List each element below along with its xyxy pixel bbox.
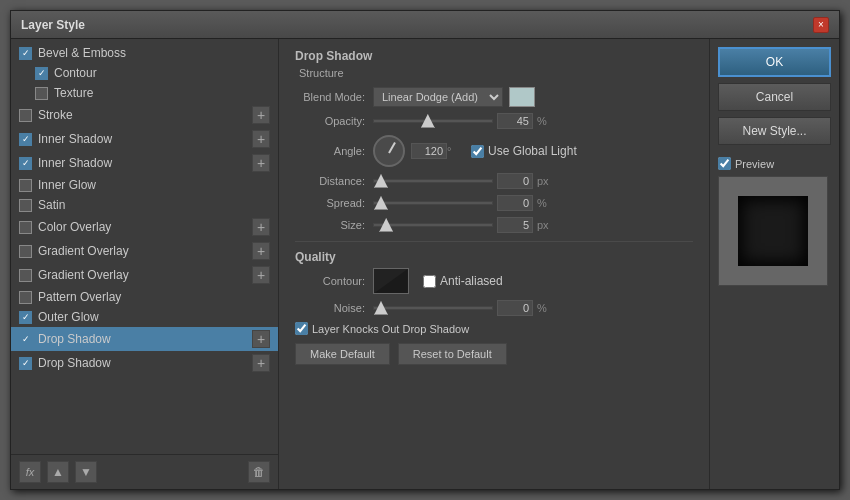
- use-global-light-checkbox[interactable]: [471, 145, 484, 158]
- blend-mode-select[interactable]: Linear Dodge (Add) Normal Multiply Scree…: [373, 87, 503, 107]
- opacity-input[interactable]: [497, 113, 533, 129]
- cancel-button[interactable]: Cancel: [718, 83, 831, 111]
- ok-button[interactable]: OK: [718, 47, 831, 77]
- add-gradient-overlay2-btn[interactable]: +: [252, 266, 270, 284]
- list-item-gradient-overlay1[interactable]: Gradient Overlay +: [11, 239, 278, 263]
- list-item-texture[interactable]: Texture: [11, 83, 278, 103]
- contour-preview[interactable]: [373, 268, 409, 294]
- list-item-outer-glow[interactable]: Outer Glow: [11, 307, 278, 327]
- list-item-inner-shadow1[interactable]: Inner Shadow +: [11, 127, 278, 151]
- checkbox-satin[interactable]: [19, 199, 32, 212]
- spread-label: Spread:: [295, 197, 365, 209]
- list-item-inner-glow[interactable]: Inner Glow: [11, 175, 278, 195]
- checkbox-color-overlay[interactable]: [19, 221, 32, 234]
- noise-input[interactable]: [497, 300, 533, 316]
- list-item-contour[interactable]: Contour: [11, 63, 278, 83]
- sub-title: Structure: [295, 67, 693, 79]
- title-bar: Layer Style ×: [11, 11, 839, 39]
- move-up-button[interactable]: ▲: [47, 461, 69, 483]
- anti-aliased-checkbox[interactable]: [423, 275, 436, 288]
- add-gradient-overlay1-btn[interactable]: +: [252, 242, 270, 260]
- label-stroke: Stroke: [38, 108, 73, 122]
- opacity-label: Opacity:: [295, 115, 365, 127]
- label-drop-shadow2: Drop Shadow: [38, 356, 111, 370]
- size-input[interactable]: [497, 217, 533, 233]
- size-label: Size:: [295, 219, 365, 231]
- label-gradient-overlay1: Gradient Overlay: [38, 244, 129, 258]
- add-inner-shadow2-btn[interactable]: +: [252, 154, 270, 172]
- move-down-button[interactable]: ▼: [75, 461, 97, 483]
- list-item-stroke[interactable]: Stroke +: [11, 103, 278, 127]
- checkbox-texture[interactable]: [35, 87, 48, 100]
- list-item-satin[interactable]: Satin: [11, 195, 278, 215]
- reset-to-default-btn[interactable]: Reset to Default: [398, 343, 507, 365]
- spread-slider[interactable]: [373, 201, 493, 205]
- angle-unit: °: [447, 145, 463, 157]
- left-panel: Bevel & Emboss Contour Texture Stroke +: [11, 39, 279, 489]
- checkbox-drop-shadow2[interactable]: [19, 357, 32, 370]
- delete-button[interactable]: 🗑: [248, 461, 270, 483]
- angle-input[interactable]: [411, 143, 447, 159]
- add-color-overlay-btn[interactable]: +: [252, 218, 270, 236]
- checkbox-inner-shadow1[interactable]: [19, 133, 32, 146]
- list-item-color-overlay[interactable]: Color Overlay +: [11, 215, 278, 239]
- checkbox-pattern-overlay[interactable]: [19, 291, 32, 304]
- checkbox-stroke[interactable]: [19, 109, 32, 122]
- list-item-drop-shadow2[interactable]: Drop Shadow +: [11, 351, 278, 375]
- preview-canvas: [718, 176, 828, 286]
- angle-hand: [388, 142, 396, 153]
- list-item-gradient-overlay2[interactable]: Gradient Overlay +: [11, 263, 278, 287]
- list-item-drop-shadow1[interactable]: Drop Shadow +: [11, 327, 278, 351]
- layer-knocks-checkbox[interactable]: [295, 322, 308, 335]
- new-style-button[interactable]: New Style...: [718, 117, 831, 145]
- distance-input[interactable]: [497, 173, 533, 189]
- label-inner-glow: Inner Glow: [38, 178, 96, 192]
- opacity-slider[interactable]: [373, 119, 493, 123]
- checkbox-drop-shadow1[interactable]: [19, 333, 32, 346]
- size-row: Size: px: [295, 217, 693, 233]
- distance-slider[interactable]: [373, 179, 493, 183]
- noise-slider[interactable]: [373, 306, 493, 310]
- spread-input[interactable]: [497, 195, 533, 211]
- checkbox-inner-shadow2[interactable]: [19, 157, 32, 170]
- layer-knocks-row: Layer Knocks Out Drop Shadow: [295, 322, 693, 335]
- label-texture: Texture: [54, 86, 93, 100]
- checkbox-inner-glow[interactable]: [19, 179, 32, 192]
- angle-label: Angle:: [295, 145, 365, 157]
- noise-label: Noise:: [295, 302, 365, 314]
- add-drop-shadow1-btn[interactable]: +: [252, 330, 270, 348]
- add-inner-shadow1-btn[interactable]: +: [252, 130, 270, 148]
- left-footer: fx ▲ ▼ 🗑: [11, 454, 278, 489]
- middle-panel: Drop Shadow Structure Blend Mode: Linear…: [279, 39, 709, 489]
- spread-slider-container: %: [373, 195, 693, 211]
- noise-unit: %: [537, 302, 553, 314]
- label-contour: Contour: [54, 66, 97, 80]
- list-item-inner-shadow2[interactable]: Inner Shadow +: [11, 151, 278, 175]
- angle-widget[interactable]: [373, 135, 405, 167]
- list-item-bevel[interactable]: Bevel & Emboss: [11, 43, 278, 63]
- color-swatch[interactable]: [509, 87, 535, 107]
- list-item-pattern-overlay[interactable]: Pattern Overlay: [11, 287, 278, 307]
- fx-button[interactable]: fx: [19, 461, 41, 483]
- section-title: Drop Shadow: [295, 49, 693, 63]
- checkbox-contour[interactable]: [35, 67, 48, 80]
- preview-checkbox[interactable]: [718, 157, 731, 170]
- anti-aliased-container: Anti-aliased: [423, 274, 503, 288]
- checkbox-gradient-overlay2[interactable]: [19, 269, 32, 282]
- close-button[interactable]: ×: [813, 17, 829, 33]
- layer-knocks-label: Layer Knocks Out Drop Shadow: [312, 323, 469, 335]
- opacity-row: Opacity: %: [295, 113, 693, 129]
- checkbox-gradient-overlay1[interactable]: [19, 245, 32, 258]
- contour-svg: [374, 269, 408, 293]
- make-default-btn[interactable]: Make Default: [295, 343, 390, 365]
- label-bevel: Bevel & Emboss: [38, 46, 126, 60]
- label-pattern-overlay: Pattern Overlay: [38, 290, 121, 304]
- size-slider[interactable]: [373, 223, 493, 227]
- add-stroke-btn[interactable]: +: [252, 106, 270, 124]
- blend-mode-label: Blend Mode:: [295, 91, 365, 103]
- checkbox-bevel[interactable]: [19, 47, 32, 60]
- checkbox-outer-glow[interactable]: [19, 311, 32, 324]
- noise-slider-container: %: [373, 300, 693, 316]
- add-drop-shadow2-btn[interactable]: +: [252, 354, 270, 372]
- label-inner-shadow1: Inner Shadow: [38, 132, 112, 146]
